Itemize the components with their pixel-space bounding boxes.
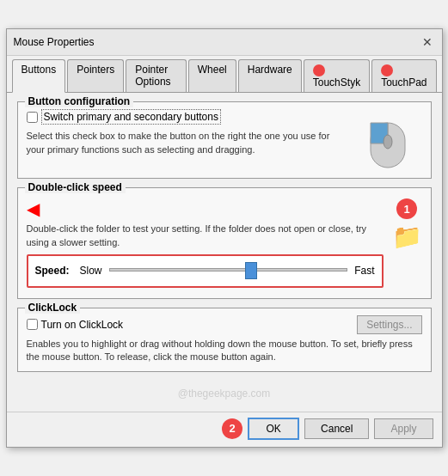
button-config-desc: Select this check box to make the button… <box>27 130 345 156</box>
speed-slider[interactable] <box>109 261 348 278</box>
cancel-button[interactable]: Cancel <box>304 418 369 439</box>
speed-label: Speed: <box>35 265 70 277</box>
slow-label: Slow <box>80 265 102 277</box>
button-config-left: Switch primary and secondary buttons Sel… <box>27 109 345 171</box>
title-bar: Mouse Properties ✕ <box>7 29 442 56</box>
clicklock-row: Turn on ClickLock Settings... <box>27 315 422 334</box>
mouse-image-container <box>353 109 422 171</box>
settings-button[interactable]: Settings... <box>357 315 421 334</box>
clicklock-title: ClickLock <box>25 302 81 314</box>
double-click-right: 1 📁 <box>392 198 422 251</box>
clicklock-checkbox[interactable] <box>27 319 38 330</box>
watermark: @thegeekpage.com <box>17 381 432 403</box>
switch-buttons-label: Switch primary and secondary buttons <box>41 109 221 125</box>
tab-pointers[interactable]: Pointers <box>67 59 124 92</box>
tab-wheel[interactable]: Wheel <box>188 59 236 92</box>
touchpad-icon <box>381 64 393 76</box>
window-title: Mouse Properties <box>14 36 95 48</box>
tab-touchpad[interactable]: TouchPad <box>371 59 436 92</box>
tab-content: Button configuration Switch primary and … <box>7 93 442 412</box>
ok-wrapper: 2 OK <box>222 418 299 440</box>
clicklock-desc: Enables you to highlight or drag without… <box>27 338 422 364</box>
tab-pointer-options[interactable]: Pointer Options <box>126 59 186 92</box>
tab-hardware[interactable]: Hardware <box>238 59 302 92</box>
apply-button[interactable]: Apply <box>374 418 433 439</box>
clicklock-label-text: Turn on ClickLock <box>41 319 124 331</box>
mouse-properties-window: Mouse Properties ✕ Buttons Pointers Poin… <box>6 28 443 447</box>
double-click-body: ◀ Double-click the folder to test your s… <box>27 198 422 291</box>
double-click-title: Double-click speed <box>25 181 126 193</box>
folder-icon[interactable]: 📁 <box>392 223 422 251</box>
badge-1: 1 <box>396 198 417 219</box>
speed-slider-container <box>109 261 348 281</box>
double-click-header: ◀ <box>27 198 384 219</box>
tabs-bar: Buttons Pointers Pointer Options Wheel H… <box>7 56 442 93</box>
speed-row: Speed: Slow Fast <box>27 254 384 288</box>
mouse-image-icon <box>364 109 412 171</box>
touchstyk-icon <box>313 64 325 76</box>
clicklock-checkbox-row: Turn on ClickLock <box>27 319 124 331</box>
double-click-desc: Double-click the folder to test your set… <box>27 223 384 249</box>
tab-touchstyk[interactable]: TouchStyk <box>304 59 370 92</box>
tab-buttons[interactable]: Buttons <box>12 59 66 93</box>
button-config-section: Button configuration Switch primary and … <box>17 101 432 179</box>
button-config-body: Switch primary and secondary buttons Sel… <box>27 109 422 171</box>
switch-buttons-checkbox[interactable] <box>27 112 38 123</box>
switch-buttons-row: Switch primary and secondary buttons <box>27 109 345 125</box>
red-arrow-icon: ◀ <box>27 198 40 219</box>
footer: 2 OK Cancel Apply <box>7 412 442 447</box>
ok-button[interactable]: OK <box>248 418 299 440</box>
double-click-left: ◀ Double-click the folder to test your s… <box>27 198 384 291</box>
fast-label: Fast <box>354 265 374 277</box>
clicklock-section: ClickLock Turn on ClickLock Settings... … <box>17 308 432 372</box>
button-config-title: Button configuration <box>25 95 134 107</box>
svg-point-3 <box>384 135 392 149</box>
close-button[interactable]: ✕ <box>420 34 435 50</box>
badge-2: 2 <box>222 418 242 439</box>
double-click-section: Double-click speed ◀ Double-click the fo… <box>17 187 432 299</box>
